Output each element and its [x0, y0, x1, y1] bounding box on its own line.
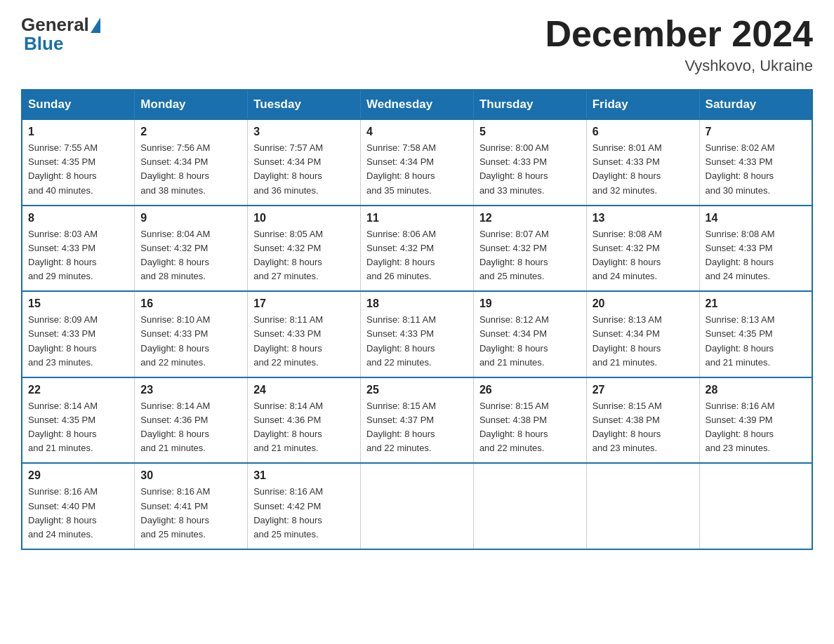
day-number: 16 [140, 297, 241, 310]
calendar-cell: 13 Sunrise: 8:08 AM Sunset: 4:32 PM Dayl… [586, 206, 699, 292]
calendar-week-row: 22 Sunrise: 8:14 AM Sunset: 4:35 PM Dayl… [22, 377, 812, 464]
calendar-cell: 24 Sunrise: 8:14 AM Sunset: 4:36 PM Dayl… [248, 377, 361, 464]
location-subtitle: Vyshkovo, Ukraine [545, 57, 813, 75]
calendar-week-row: 29 Sunrise: 8:16 AM Sunset: 4:40 PM Dayl… [22, 463, 812, 549]
calendar-cell: 17 Sunrise: 8:11 AM Sunset: 4:33 PM Dayl… [248, 291, 361, 377]
calendar-cell: 14 Sunrise: 8:08 AM Sunset: 4:33 PM Dayl… [699, 206, 812, 292]
calendar-day-header: Thursday [473, 90, 586, 119]
day-number: 24 [253, 384, 355, 396]
day-number: 31 [253, 469, 355, 482]
calendar-cell: 11 Sunrise: 8:06 AM Sunset: 4:32 PM Dayl… [361, 206, 474, 292]
calendar-week-row: 8 Sunrise: 8:03 AM Sunset: 4:33 PM Dayli… [22, 206, 812, 292]
calendar-cell: 30 Sunrise: 8:16 AM Sunset: 4:41 PM Dayl… [135, 463, 248, 549]
day-info: Sunrise: 8:03 AM Sunset: 4:33 PM Dayligh… [28, 227, 128, 284]
calendar-cell: 25 Sunrise: 8:15 AM Sunset: 4:37 PM Dayl… [361, 377, 474, 464]
title-area: December 2024 Vyshkovo, Ukraine [545, 14, 813, 75]
day-info: Sunrise: 8:14 AM Sunset: 4:36 PM Dayligh… [253, 399, 355, 456]
calendar-cell: 23 Sunrise: 8:14 AM Sunset: 4:36 PM Dayl… [135, 377, 248, 464]
logo-blue-text: Blue [24, 33, 63, 54]
day-number: 30 [140, 469, 241, 482]
day-number: 9 [140, 212, 241, 224]
day-number: 15 [28, 297, 128, 310]
calendar-cell: 5 Sunrise: 8:00 AM Sunset: 4:33 PM Dayli… [473, 119, 586, 206]
day-info: Sunrise: 7:57 AM Sunset: 4:34 PM Dayligh… [253, 141, 355, 198]
day-number: 18 [366, 297, 468, 310]
day-info: Sunrise: 8:04 AM Sunset: 4:32 PM Dayligh… [140, 227, 241, 284]
calendar-cell: 1 Sunrise: 7:55 AM Sunset: 4:35 PM Dayli… [22, 119, 135, 206]
calendar-cell: 3 Sunrise: 7:57 AM Sunset: 4:34 PM Dayli… [248, 119, 361, 206]
calendar-day-header: Wednesday [361, 90, 474, 119]
day-info: Sunrise: 8:12 AM Sunset: 4:34 PM Dayligh… [479, 313, 581, 370]
calendar-cell: 12 Sunrise: 8:07 AM Sunset: 4:32 PM Dayl… [473, 206, 586, 292]
day-info: Sunrise: 8:11 AM Sunset: 4:33 PM Dayligh… [366, 313, 468, 370]
day-info: Sunrise: 7:56 AM Sunset: 4:34 PM Dayligh… [140, 141, 241, 198]
day-info: Sunrise: 8:13 AM Sunset: 4:34 PM Dayligh… [593, 313, 694, 370]
calendar-cell [699, 463, 812, 549]
day-info: Sunrise: 8:15 AM Sunset: 4:37 PM Dayligh… [366, 399, 468, 456]
day-number: 21 [706, 297, 806, 310]
calendar-cell: 16 Sunrise: 8:10 AM Sunset: 4:33 PM Dayl… [135, 291, 248, 377]
calendar-day-header: Saturday [699, 90, 812, 119]
calendar-body: 1 Sunrise: 7:55 AM Sunset: 4:35 PM Dayli… [22, 119, 812, 549]
day-number: 25 [366, 384, 468, 396]
day-number: 13 [593, 212, 694, 224]
calendar-week-row: 1 Sunrise: 7:55 AM Sunset: 4:35 PM Dayli… [22, 119, 812, 206]
calendar-cell: 6 Sunrise: 8:01 AM Sunset: 4:33 PM Dayli… [586, 119, 699, 206]
day-info: Sunrise: 8:09 AM Sunset: 4:33 PM Dayligh… [28, 313, 128, 370]
day-info: Sunrise: 8:11 AM Sunset: 4:33 PM Dayligh… [253, 313, 355, 370]
day-number: 7 [706, 126, 806, 138]
day-number: 28 [706, 384, 806, 396]
calendar-cell: 15 Sunrise: 8:09 AM Sunset: 4:33 PM Dayl… [22, 291, 135, 377]
calendar-day-header: Tuesday [248, 90, 361, 119]
day-number: 4 [366, 126, 468, 138]
calendar-cell: 9 Sunrise: 8:04 AM Sunset: 4:32 PM Dayli… [135, 206, 248, 292]
day-number: 2 [140, 126, 241, 138]
day-info: Sunrise: 8:02 AM Sunset: 4:33 PM Dayligh… [706, 141, 806, 198]
day-info: Sunrise: 8:06 AM Sunset: 4:32 PM Dayligh… [366, 227, 468, 284]
day-number: 14 [706, 212, 806, 224]
calendar-cell: 4 Sunrise: 7:58 AM Sunset: 4:34 PM Dayli… [361, 119, 474, 206]
calendar-cell: 27 Sunrise: 8:15 AM Sunset: 4:38 PM Dayl… [586, 377, 699, 464]
day-number: 1 [28, 126, 128, 138]
calendar-cell: 19 Sunrise: 8:12 AM Sunset: 4:34 PM Dayl… [473, 291, 586, 377]
calendar-cell [361, 463, 474, 549]
calendar-cell: 28 Sunrise: 8:16 AM Sunset: 4:39 PM Dayl… [699, 377, 812, 464]
day-info: Sunrise: 8:00 AM Sunset: 4:33 PM Dayligh… [479, 141, 581, 198]
day-number: 17 [253, 297, 355, 310]
day-info: Sunrise: 8:14 AM Sunset: 4:35 PM Dayligh… [28, 399, 128, 456]
page-header: General Blue December 2024 Vyshkovo, Ukr… [21, 14, 813, 75]
calendar-cell: 8 Sunrise: 8:03 AM Sunset: 4:33 PM Dayli… [22, 206, 135, 292]
day-number: 29 [28, 469, 128, 482]
calendar-cell [586, 463, 699, 549]
calendar-week-row: 15 Sunrise: 8:09 AM Sunset: 4:33 PM Dayl… [22, 291, 812, 377]
day-info: Sunrise: 8:08 AM Sunset: 4:32 PM Dayligh… [593, 227, 694, 284]
day-info: Sunrise: 8:01 AM Sunset: 4:33 PM Dayligh… [593, 141, 694, 198]
calendar-cell: 26 Sunrise: 8:15 AM Sunset: 4:38 PM Dayl… [473, 377, 586, 464]
day-info: Sunrise: 8:15 AM Sunset: 4:38 PM Dayligh… [479, 399, 581, 456]
day-number: 8 [28, 212, 128, 224]
day-info: Sunrise: 8:16 AM Sunset: 4:41 PM Dayligh… [140, 485, 241, 542]
logo: General Blue [21, 14, 102, 55]
day-info: Sunrise: 8:14 AM Sunset: 4:36 PM Dayligh… [140, 399, 241, 456]
calendar-cell: 7 Sunrise: 8:02 AM Sunset: 4:33 PM Dayli… [699, 119, 812, 206]
calendar-table: SundayMondayTuesdayWednesdayThursdayFrid… [21, 89, 813, 550]
day-info: Sunrise: 8:15 AM Sunset: 4:38 PM Dayligh… [593, 399, 694, 456]
day-number: 5 [479, 126, 581, 138]
calendar-cell: 20 Sunrise: 8:13 AM Sunset: 4:34 PM Dayl… [586, 291, 699, 377]
day-number: 22 [28, 384, 128, 396]
day-number: 10 [253, 212, 355, 224]
calendar-cell: 2 Sunrise: 7:56 AM Sunset: 4:34 PM Dayli… [135, 119, 248, 206]
day-info: Sunrise: 8:16 AM Sunset: 4:42 PM Dayligh… [253, 485, 355, 542]
calendar-cell: 22 Sunrise: 8:14 AM Sunset: 4:35 PM Dayl… [22, 377, 135, 464]
day-info: Sunrise: 8:16 AM Sunset: 4:40 PM Dayligh… [28, 485, 128, 542]
calendar-day-header: Friday [586, 90, 699, 119]
calendar-header-row: SundayMondayTuesdayWednesdayThursdayFrid… [22, 90, 812, 119]
calendar-cell: 18 Sunrise: 8:11 AM Sunset: 4:33 PM Dayl… [361, 291, 474, 377]
day-info: Sunrise: 7:58 AM Sunset: 4:34 PM Dayligh… [366, 141, 468, 198]
day-info: Sunrise: 7:55 AM Sunset: 4:35 PM Dayligh… [28, 141, 128, 198]
day-info: Sunrise: 8:16 AM Sunset: 4:39 PM Dayligh… [706, 399, 806, 456]
day-number: 19 [479, 297, 581, 310]
day-number: 11 [366, 212, 468, 224]
day-info: Sunrise: 8:05 AM Sunset: 4:32 PM Dayligh… [253, 227, 355, 284]
day-number: 3 [253, 126, 355, 138]
